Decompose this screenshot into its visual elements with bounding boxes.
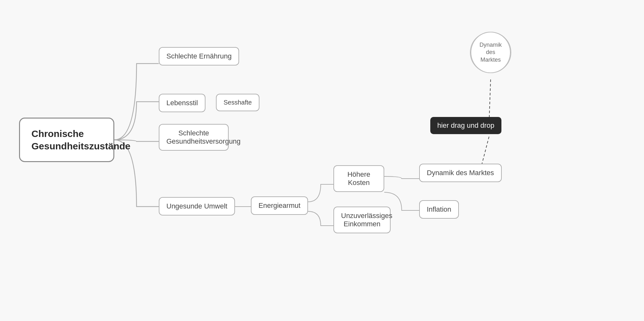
ungesunde-umwelt-node: Ungesunde Umwelt xyxy=(159,197,235,215)
dynamik-marktes-rect-label: Dynamik des Marktes xyxy=(427,169,494,177)
lebensstil-label: Lebensstil xyxy=(166,99,198,107)
hoehere-kosten-label: HöhereKosten xyxy=(347,170,370,187)
hoehere-kosten-node: HöhereKosten xyxy=(333,165,384,192)
drag-drop-tooltip: hier drag und drop xyxy=(430,117,501,134)
inflation-label: Inflation xyxy=(427,205,451,213)
sesshafte-label: Sesshafte xyxy=(224,99,252,106)
mind-map-canvas: Chronische Gesundheitszustände Schlechte… xyxy=(0,0,644,321)
sesshafte-node: Sesshafte xyxy=(216,94,259,111)
schlechte-gesundheitsversorgung-node: SchlechteGesundheitsversorgung xyxy=(159,124,229,151)
energiearmut-node: Energiearmut xyxy=(251,196,308,215)
schlechte-ernaehrung-label: Schlechte Ernährung xyxy=(166,52,231,60)
dynamik-marktes-rect-node: Dynamik des Marktes xyxy=(419,164,502,182)
dynamik-marktes-circle-node: DynamikdesMarktes xyxy=(470,32,511,73)
inflation-node: Inflation xyxy=(419,200,459,219)
dynamik-marktes-circle-label: DynamikdesMarktes xyxy=(480,41,502,64)
unzuverlaessiges-einkommen-label: UnzuverlässigesEinkommen xyxy=(341,212,392,228)
root-label: Chronische Gesundheitszustände xyxy=(31,128,131,151)
energiearmut-label: Energiearmut xyxy=(258,201,300,209)
drag-drop-label: hier drag und drop xyxy=(437,121,494,129)
unzuverlaessiges-einkommen-node: UnzuverlässigesEinkommen xyxy=(333,207,391,233)
root-node: Chronische Gesundheitszustände xyxy=(19,108,114,172)
lebensstil-node: Lebensstil xyxy=(159,94,205,112)
schlechte-ernaehrung-node: Schlechte Ernährung xyxy=(159,47,239,65)
ungesunde-umwelt-label: Ungesunde Umwelt xyxy=(166,202,227,210)
schlechte-gesundheitsversorgung-label: SchlechteGesundheitsversorgung xyxy=(166,129,241,145)
